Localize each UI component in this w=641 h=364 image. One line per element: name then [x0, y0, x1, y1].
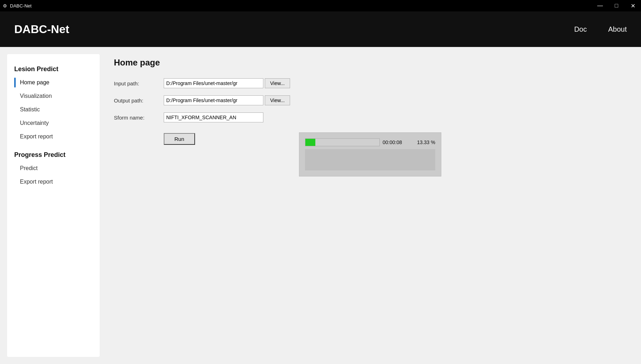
sform-name-row: Sform name:	[114, 112, 627, 122]
sidebar-item-label-export-report-2: Export report	[20, 179, 53, 185]
sidebar-item-statistic[interactable]: Statistic	[7, 103, 100, 116]
sidebar-item-visualization[interactable]: Visualization	[7, 89, 100, 103]
app-icon: ⚙	[3, 3, 7, 9]
titlebar-left: ⚙ DABC-Net	[3, 3, 32, 9]
sidebar-section-lesion-predict: Lesion Predict	[7, 61, 100, 76]
progress-percent: 13.33 %	[414, 139, 435, 145]
input-path-view-button[interactable]: View...	[265, 78, 290, 88]
input-path-label: Input path:	[114, 80, 164, 86]
main-layout: Lesion Predict Home page Visualization S…	[0, 47, 641, 364]
input-path-row: Input path: View...	[114, 78, 627, 88]
content-area: Home page Input path: View... Output pat…	[100, 47, 641, 364]
progress-row: 00:00:08 13.33 %	[305, 138, 435, 146]
output-path-view-button[interactable]: View...	[265, 95, 290, 105]
titlebar: ⚙ DABC-Net — □ ✕	[0, 0, 641, 11]
sidebar-section-progress-predict: Progress Predict	[7, 147, 100, 162]
output-path-field[interactable]	[164, 95, 263, 105]
sidebar-item-label-predict: Predict	[20, 165, 38, 172]
sidebar-item-label-uncertainty: Uncertainty	[20, 120, 49, 126]
progress-overlay: 00:00:08 13.33 %	[299, 132, 441, 176]
titlebar-controls: — □ ✕	[592, 0, 641, 11]
minimize-button[interactable]: —	[592, 0, 608, 11]
sidebar-item-label-home-page: Home page	[20, 79, 49, 86]
page-title: Home page	[114, 58, 627, 68]
header-app-title: DABC-Net	[14, 23, 69, 36]
progress-bar-container	[305, 138, 380, 146]
sidebar-item-export-report[interactable]: Export report	[7, 130, 100, 143]
output-path-label: Output path:	[114, 97, 164, 104]
sidebar-item-home-page[interactable]: Home page	[7, 76, 100, 89]
sidebar: Lesion Predict Home page Visualization S…	[7, 54, 100, 357]
nav-doc[interactable]: Doc	[574, 25, 587, 33]
sidebar-item-export-report-2[interactable]: Export report	[7, 175, 100, 189]
sidebar-item-label-export-report: Export report	[20, 133, 53, 140]
sidebar-item-predict[interactable]: Predict	[7, 162, 100, 175]
sidebar-item-uncertainty[interactable]: Uncertainty	[7, 116, 100, 130]
output-path-row: Output path: View...	[114, 95, 627, 105]
sform-name-field[interactable]	[164, 112, 263, 122]
header: DABC-Net Doc About	[0, 11, 641, 47]
maximize-button[interactable]: □	[608, 0, 625, 11]
input-path-field[interactable]	[164, 78, 263, 88]
sidebar-item-label-visualization: Visualization	[20, 93, 52, 99]
close-button[interactable]: ✕	[625, 0, 641, 11]
titlebar-title: DABC-Net	[10, 3, 32, 9]
nav-about[interactable]: About	[608, 25, 627, 33]
sidebar-item-label-statistic: Statistic	[20, 106, 40, 113]
run-button[interactable]: Run	[164, 133, 195, 145]
header-nav: Doc About	[574, 25, 627, 33]
sform-name-label: Sform name:	[114, 115, 164, 121]
progress-time: 00:00:08	[383, 139, 411, 145]
progress-bottom-area	[305, 149, 435, 170]
progress-bar-fill	[305, 139, 315, 146]
sidebar-divider	[7, 143, 100, 147]
